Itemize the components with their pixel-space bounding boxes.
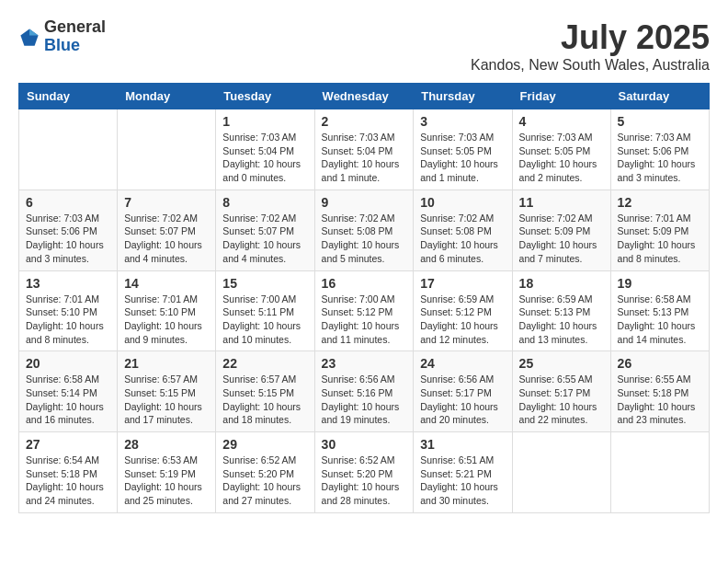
day-number: 18 [519,276,604,291]
table-row: 8 Sunrise: 7:02 AMSunset: 5:07 PMDayligh… [216,190,314,270]
day-info: Sunrise: 6:56 AMSunset: 5:17 PMDaylight:… [420,373,505,427]
table-row: 4 Sunrise: 7:03 AMSunset: 5:05 PMDayligh… [512,109,610,190]
day-number: 14 [124,276,209,291]
day-info: Sunrise: 6:59 AMSunset: 5:13 PMDaylight:… [519,293,604,347]
day-info: Sunrise: 6:52 AMSunset: 5:20 PMDaylight:… [222,454,307,508]
day-number: 5 [618,114,702,129]
header-thursday: Thursday [414,84,512,109]
day-info: Sunrise: 7:03 AMSunset: 5:06 PMDaylight:… [26,212,110,266]
day-info: Sunrise: 6:57 AMSunset: 5:15 PMDaylight:… [222,373,307,427]
table-row: 10 Sunrise: 7:02 AMSunset: 5:08 PMDaylig… [414,190,512,270]
day-info: Sunrise: 7:00 AMSunset: 5:11 PMDaylight:… [222,293,307,347]
calendar-week-row: 20 Sunrise: 6:58 AMSunset: 5:14 PMDaylig… [19,351,710,432]
table-row: 24 Sunrise: 6:56 AMSunset: 5:17 PMDaylig… [414,351,512,432]
table-row: 21 Sunrise: 6:57 AMSunset: 5:15 PMDaylig… [118,351,216,432]
table-row: 7 Sunrise: 7:02 AMSunset: 5:07 PMDayligh… [118,190,216,270]
logo-line2: Blue [44,37,106,55]
day-info: Sunrise: 7:03 AMSunset: 5:05 PMDaylight:… [519,131,604,185]
table-row: 12 Sunrise: 7:01 AMSunset: 5:09 PMDaylig… [610,190,709,270]
day-info: Sunrise: 7:02 AMSunset: 5:07 PMDaylight:… [222,212,307,266]
title-area: July 2025 Kandos, New South Wales, Austr… [471,18,710,74]
day-info: Sunrise: 7:02 AMSunset: 5:07 PMDaylight:… [124,212,209,266]
day-info: Sunrise: 6:54 AMSunset: 5:18 PMDaylight:… [26,454,110,508]
table-row: 11 Sunrise: 7:02 AMSunset: 5:09 PMDaylig… [512,190,610,270]
table-row: 25 Sunrise: 6:55 AMSunset: 5:17 PMDaylig… [512,351,610,432]
day-number: 29 [222,437,307,452]
day-info: Sunrise: 6:58 AMSunset: 5:13 PMDaylight:… [618,293,702,347]
table-row: 3 Sunrise: 7:03 AMSunset: 5:05 PMDayligh… [414,109,512,190]
day-info: Sunrise: 6:51 AMSunset: 5:21 PMDaylight:… [420,454,505,508]
day-info: Sunrise: 6:55 AMSunset: 5:18 PMDaylight:… [618,373,702,427]
table-row: 17 Sunrise: 6:59 AMSunset: 5:12 PMDaylig… [414,270,512,351]
day-number: 12 [618,195,702,210]
table-row: 2 Sunrise: 7:03 AMSunset: 5:04 PMDayligh… [314,109,414,190]
header-monday: Monday [118,84,216,109]
day-number: 4 [519,114,604,129]
day-number: 2 [322,114,407,129]
day-number: 19 [618,276,702,291]
day-number: 8 [222,195,307,210]
calendar-week-row: 1 Sunrise: 7:03 AMSunset: 5:04 PMDayligh… [19,109,710,190]
day-info: Sunrise: 6:52 AMSunset: 5:20 PMDaylight:… [322,454,407,508]
table-row: 1 Sunrise: 7:03 AMSunset: 5:04 PMDayligh… [216,109,314,190]
table-row: 16 Sunrise: 7:00 AMSunset: 5:12 PMDaylig… [314,270,414,351]
logo-line1: General [44,18,106,37]
calendar-week-row: 27 Sunrise: 6:54 AMSunset: 5:18 PMDaylig… [19,432,710,513]
day-info: Sunrise: 7:02 AMSunset: 5:08 PMDaylight:… [322,212,407,266]
day-info: Sunrise: 7:03 AMSunset: 5:04 PMDaylight:… [322,131,407,185]
table-row: 6 Sunrise: 7:03 AMSunset: 5:06 PMDayligh… [19,190,118,270]
page-header: General Blue July 2025 Kandos, New South… [18,18,710,74]
table-row: 20 Sunrise: 6:58 AMSunset: 5:14 PMDaylig… [19,351,118,432]
table-row: 15 Sunrise: 7:00 AMSunset: 5:11 PMDaylig… [216,270,314,351]
header-wednesday: Wednesday [314,84,414,109]
table-row: 30 Sunrise: 6:52 AMSunset: 5:20 PMDaylig… [314,432,414,513]
day-info: Sunrise: 6:57 AMSunset: 5:15 PMDaylight:… [124,373,209,427]
table-row [512,432,610,513]
day-info: Sunrise: 7:01 AMSunset: 5:09 PMDaylight:… [618,212,702,266]
table-row: 23 Sunrise: 6:56 AMSunset: 5:16 PMDaylig… [314,351,414,432]
day-info: Sunrise: 7:02 AMSunset: 5:08 PMDaylight:… [420,212,505,266]
header-saturday: Saturday [610,84,709,109]
table-row: 22 Sunrise: 6:57 AMSunset: 5:15 PMDaylig… [216,351,314,432]
table-row: 28 Sunrise: 6:53 AMSunset: 5:19 PMDaylig… [118,432,216,513]
header-friday: Friday [512,84,610,109]
day-info: Sunrise: 6:56 AMSunset: 5:16 PMDaylight:… [322,373,407,427]
table-row: 9 Sunrise: 7:02 AMSunset: 5:08 PMDayligh… [314,190,414,270]
table-row [610,432,709,513]
calendar-week-row: 13 Sunrise: 7:01 AMSunset: 5:10 PMDaylig… [19,270,710,351]
day-number: 31 [420,437,505,452]
day-number: 6 [26,195,110,210]
table-row: 26 Sunrise: 6:55 AMSunset: 5:18 PMDaylig… [610,351,709,432]
day-info: Sunrise: 7:01 AMSunset: 5:10 PMDaylight:… [26,293,110,347]
day-number: 25 [519,356,604,371]
table-row [19,109,118,190]
calendar-week-row: 6 Sunrise: 7:03 AMSunset: 5:06 PMDayligh… [19,190,710,270]
day-info: Sunrise: 6:53 AMSunset: 5:19 PMDaylight:… [124,454,209,508]
logo-text: General Blue [44,18,106,55]
day-number: 7 [124,195,209,210]
header-sunday: Sunday [19,84,118,109]
day-number: 23 [322,356,407,371]
logo-icon [18,27,40,49]
day-number: 15 [222,276,307,291]
table-row: 29 Sunrise: 6:52 AMSunset: 5:20 PMDaylig… [216,432,314,513]
calendar-header-row: Sunday Monday Tuesday Wednesday Thursday… [19,84,710,109]
day-number: 30 [322,437,407,452]
month-title: July 2025 [471,18,710,57]
calendar-table: Sunday Monday Tuesday Wednesday Thursday… [18,83,710,513]
logo: General Blue [18,18,106,55]
day-number: 28 [124,437,209,452]
day-number: 9 [322,195,407,210]
header-tuesday: Tuesday [216,84,314,109]
day-number: 10 [420,195,505,210]
day-info: Sunrise: 6:58 AMSunset: 5:14 PMDaylight:… [26,373,110,427]
day-number: 22 [222,356,307,371]
day-info: Sunrise: 7:02 AMSunset: 5:09 PMDaylight:… [519,212,604,266]
location-title: Kandos, New South Wales, Australia [471,57,710,74]
day-info: Sunrise: 7:00 AMSunset: 5:12 PMDaylight:… [322,293,407,347]
day-number: 1 [222,114,307,129]
table-row: 5 Sunrise: 7:03 AMSunset: 5:06 PMDayligh… [610,109,709,190]
day-number: 24 [420,356,505,371]
day-number: 3 [420,114,505,129]
day-number: 17 [420,276,505,291]
